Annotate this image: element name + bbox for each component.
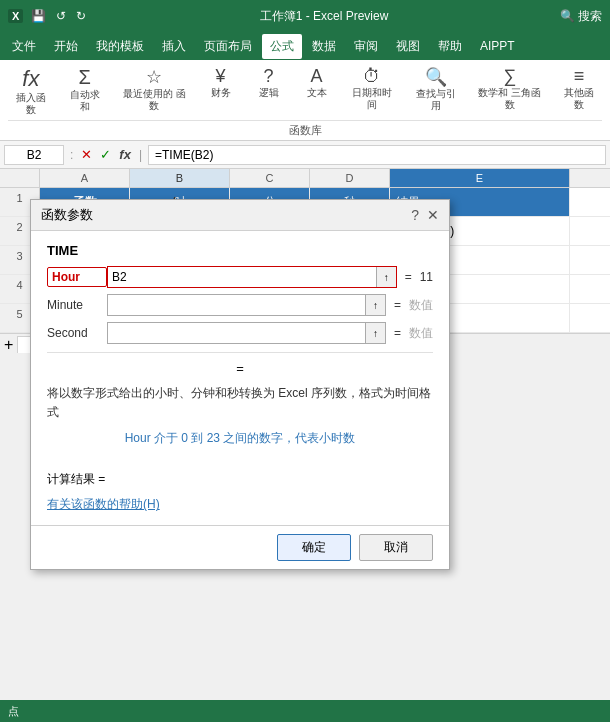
ribbon: fx 插入函数 Σ 自动求和 ☆ 最近使用的 函数 ¥ 财务 ? 逻辑 A 文本… <box>0 60 610 141</box>
lookup-label: 查找与引用 <box>412 88 459 112</box>
menu-aippt[interactable]: AIPPT <box>472 35 523 57</box>
menu-help[interactable]: 帮助 <box>430 34 470 59</box>
arg-picker-second[interactable]: ↑ <box>365 323 385 343</box>
arg-input-minute[interactable] <box>108 298 365 312</box>
formula-bar-divider2: | <box>137 148 144 162</box>
formula-input[interactable] <box>148 145 606 165</box>
menu-layout[interactable]: 页面布局 <box>196 34 260 59</box>
text-icon: A <box>311 66 323 87</box>
arg-label-second: Second <box>47 326 107 340</box>
menu-file[interactable]: 文件 <box>4 34 44 59</box>
menu-formulas[interactable]: 公式 <box>262 34 302 59</box>
recent-label: 最近使用的 函数 <box>120 88 189 112</box>
clock-icon: ⏱ <box>363 66 381 87</box>
dialog-title: 函数参数 <box>41 206 93 224</box>
dialog-body: TIME Hour ↑ = 11 Minute ↑ <box>31 231 449 525</box>
cell-reference-input[interactable] <box>4 145 64 165</box>
formula-bar-divider: : <box>68 148 75 162</box>
arg-input-second-wrap: ↑ <box>107 322 386 344</box>
add-sheet-btn[interactable]: + <box>4 336 13 354</box>
title-bar: X 💾 ↺ ↻ 工作簿1 - Excel Preview 🔍 搜索 <box>0 0 610 32</box>
cancel-formula-icon[interactable]: ✕ <box>79 145 94 164</box>
title-bar-right: 🔍 搜索 <box>560 8 602 25</box>
menu-templates[interactable]: 我的模板 <box>88 34 152 59</box>
fx-formula-icon[interactable]: fx <box>117 145 133 164</box>
arg-label-minute: Minute <box>47 298 107 312</box>
arg-equals-hour: = <box>405 270 412 284</box>
dialog-result: 计算结果 = <box>47 471 433 488</box>
arg-row-minute: Minute ↑ = 数值 <box>47 294 433 316</box>
ribbon-more[interactable]: ≡ 其他函数 <box>556 64 602 113</box>
arg-value-minute: 数值 <box>409 297 433 314</box>
ribbon-finance[interactable]: ¥ 财务 <box>201 64 241 101</box>
dialog-help-btn[interactable]: ? <box>411 207 419 223</box>
dialog-overlay: 函数参数 ? ✕ TIME Hour ↑ = 11 <box>0 169 610 304</box>
autosum-label: 自动求和 <box>66 89 104 113</box>
logic-icon: ? <box>264 66 274 87</box>
status-bar: 点 <box>0 700 610 722</box>
arg-row-second: Second ↑ = 数值 <box>47 322 433 344</box>
menu-data[interactable]: 数据 <box>304 34 344 59</box>
menu-view[interactable]: 视图 <box>388 34 428 59</box>
window-title: 工作簿1 - Excel Preview <box>260 8 389 25</box>
ribbon-recent[interactable]: ☆ 最近使用的 函数 <box>116 64 193 114</box>
sigma-icon: Σ <box>79 66 91 89</box>
ribbon-text[interactable]: A 文本 <box>297 64 337 101</box>
dialog-description: 将以数字形式给出的小时、分钟和秒转换为 Excel 序列数，格式为时间格式 <box>47 384 433 422</box>
dialog-confirm-btn[interactable]: 确定 <box>277 534 351 561</box>
spreadsheet: A B C D E 1 函数 时 分 秒 结果 2 TIME 11 12 40 … <box>0 169 610 304</box>
dialog-param-desc: Hour 介于 0 到 23 之间的数字，代表小时数 <box>47 430 433 447</box>
text-label: 文本 <box>307 87 327 99</box>
datetime-label: 日期和时间 <box>349 87 396 111</box>
func-name-label: TIME <box>47 243 433 258</box>
star-icon: ☆ <box>146 66 162 88</box>
more-icon: ≡ <box>574 66 585 87</box>
title-bar-left: X 💾 ↺ ↻ <box>8 7 88 25</box>
arg-value-second: 数值 <box>409 325 433 342</box>
insert-func-label: 插入函数 <box>12 92 50 116</box>
function-args-dialog: 函数参数 ? ✕ TIME Hour ↑ = 11 <box>30 199 450 570</box>
arg-picker-hour[interactable]: ↑ <box>376 267 396 287</box>
search-box[interactable]: 🔍 搜索 <box>560 8 602 25</box>
app-icon: X <box>8 9 23 23</box>
arg-picker-minute[interactable]: ↑ <box>365 295 385 315</box>
dialog-divider <box>47 352 433 353</box>
redo-btn[interactable]: ↻ <box>74 7 88 25</box>
arg-input-hour[interactable] <box>108 270 376 284</box>
ribbon-autosum[interactable]: Σ 自动求和 <box>62 64 108 115</box>
finance-icon: ¥ <box>216 66 226 87</box>
ribbon-insert-func[interactable]: fx 插入函数 <box>8 64 54 118</box>
confirm-formula-icon[interactable]: ✓ <box>98 145 113 164</box>
dialog-close-btn[interactable]: ✕ <box>427 207 439 223</box>
undo-btn[interactable]: ↺ <box>54 7 68 25</box>
dialog-footer: 确定 取消 <box>31 525 449 569</box>
dialog-cancel-btn[interactable]: 取消 <box>359 534 433 561</box>
ribbon-lookup[interactable]: 🔍 查找与引用 <box>408 64 463 114</box>
status-text: 点 <box>8 704 19 719</box>
finance-label: 财务 <box>211 87 231 99</box>
ribbon-math[interactable]: ∑ 数学和 三角函数 <box>471 64 548 113</box>
arg-input-second[interactable] <box>108 326 365 340</box>
arg-input-hour-wrap: ↑ <box>107 266 397 288</box>
menu-review[interactable]: 审阅 <box>346 34 386 59</box>
ribbon-datetime[interactable]: ⏱ 日期和时间 <box>345 64 400 113</box>
arg-label-hour: Hour <box>47 267 107 287</box>
ribbon-section-label: 函数库 <box>8 120 602 138</box>
lookup-icon: 🔍 <box>425 66 447 88</box>
logic-label: 逻辑 <box>259 87 279 99</box>
save-quick-btn[interactable]: 💾 <box>29 7 48 25</box>
dialog-equals: = <box>47 361 433 376</box>
menu-bar: 文件 开始 我的模板 插入 页面布局 公式 数据 审阅 视图 帮助 AIPPT <box>0 32 610 60</box>
math-label: 数学和 三角函数 <box>475 87 544 111</box>
arg-input-minute-wrap: ↑ <box>107 294 386 316</box>
arg-equals-second: = <box>394 326 401 340</box>
dialog-header-controls: ? ✕ <box>411 207 439 223</box>
dialog-help-link[interactable]: 有关该函数的帮助(H) <box>47 497 160 511</box>
dialog-header: 函数参数 ? ✕ <box>31 200 449 231</box>
menu-home[interactable]: 开始 <box>46 34 86 59</box>
arg-value-hour: 11 <box>420 270 433 284</box>
arg-equals-minute: = <box>394 298 401 312</box>
formula-bar: : ✕ ✓ fx | <box>0 141 610 169</box>
menu-insert[interactable]: 插入 <box>154 34 194 59</box>
ribbon-logic[interactable]: ? 逻辑 <box>249 64 289 101</box>
